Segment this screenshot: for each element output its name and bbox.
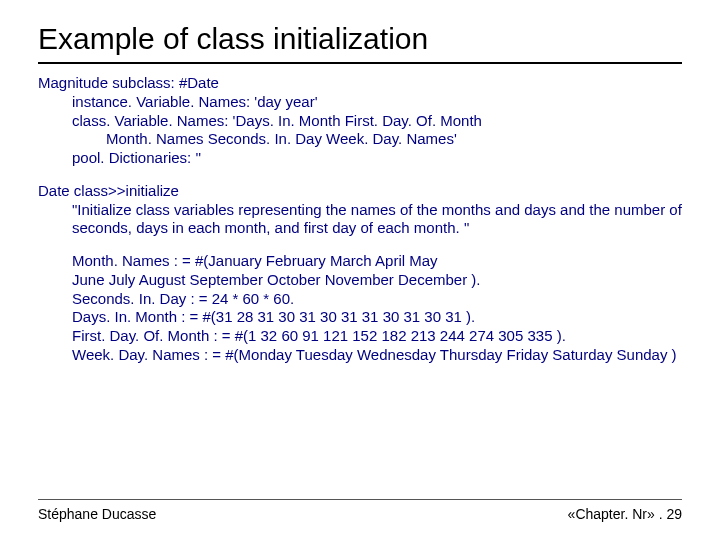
title-underline [38,62,682,64]
footer-rule [38,499,682,500]
slide-footer: Stéphane Ducasse «Chapter. Nr» . 29 [0,499,720,522]
slide-title: Example of class initialization [38,22,682,56]
code-line: instance. Variable. Names: 'day year' [38,93,682,112]
code-line: class. Variable. Names: 'Days. In. Month… [38,112,682,131]
code-line: First. Day. Of. Month : = #(1 32 60 91 1… [38,327,682,346]
code-line: Days. In. Month : = #(31 28 31 30 31 30 … [38,308,682,327]
slide-body: Magnitude subclass: #Date instance. Vari… [38,74,682,365]
code-line: Month. Names : = #(January February Marc… [38,252,682,271]
code-line: pool. Dictionaries: '' [38,149,682,168]
code-comment: "Initialize class variables representing… [38,201,682,239]
code-line: Month. Names Seconds. In. Day Week. Day.… [38,130,682,149]
code-line: June July August September October Novem… [38,271,682,290]
footer-page: «Chapter. Nr» . 29 [568,506,682,522]
code-line: Week. Day. Names : = #(Monday Tuesday We… [38,346,682,365]
footer-author: Stéphane Ducasse [38,506,156,522]
code-line: Magnitude subclass: #Date [38,74,682,93]
code-line: Date class>>initialize [38,182,682,201]
code-line: Seconds. In. Day : = 24 * 60 * 60. [38,290,682,309]
